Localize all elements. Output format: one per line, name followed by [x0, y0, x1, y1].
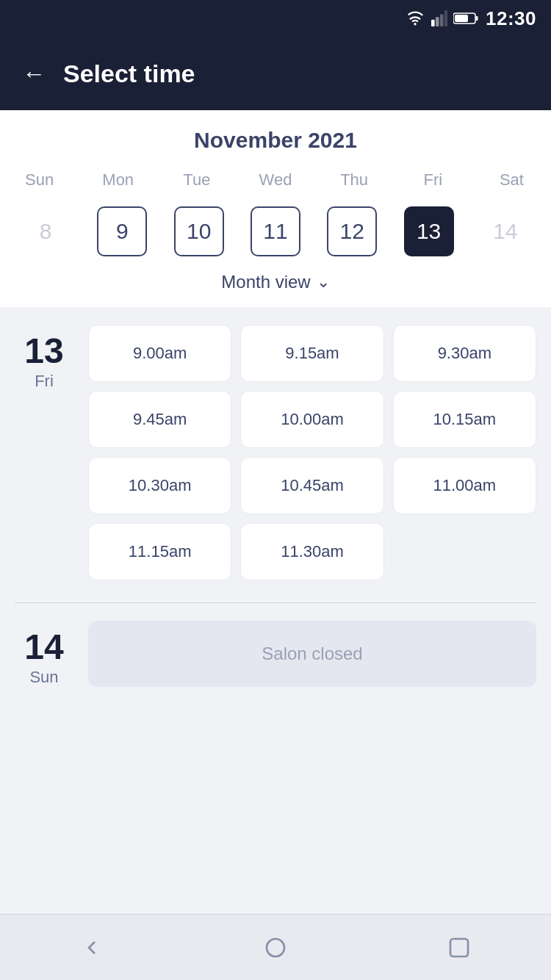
svg-rect-8 — [450, 939, 468, 956]
weekday-sat: Sat — [472, 166, 551, 194]
status-icons: 12:30 — [405, 7, 536, 30]
month-view-label: Month view — [221, 272, 310, 292]
date-11[interactable]: 11 — [251, 206, 300, 256]
weekday-mon: Mon — [79, 166, 157, 194]
app-header: ← Select time — [0, 37, 551, 110]
calendar-section: November 2021 Sun Mon Tue Wed Thu Fri Sa… — [0, 110, 551, 307]
date-13[interactable]: 13 — [404, 206, 454, 256]
section-divider — [15, 602, 536, 603]
date-cell-9[interactable]: 9 — [84, 201, 160, 262]
time-slot-1015am[interactable]: 10.15am — [393, 391, 536, 448]
day-13-label: 13 Fri — [15, 325, 73, 580]
signal-icon — [431, 10, 447, 26]
back-nav-button[interactable] — [77, 933, 107, 962]
svg-rect-3 — [444, 10, 447, 26]
salon-closed-message: Salon closed — [88, 621, 536, 687]
calendar-dates: 8 9 10 11 12 13 14 — [0, 201, 551, 262]
time-slot-1100am[interactable]: 11.00am — [393, 457, 536, 514]
date-12[interactable]: 12 — [327, 206, 377, 256]
date-8: 8 — [21, 206, 71, 256]
time-slot-1000am[interactable]: 10.00am — [240, 391, 383, 448]
home-nav-button[interactable] — [261, 933, 290, 962]
time-slot-1030am[interactable]: 10.30am — [88, 457, 231, 514]
svg-point-7 — [267, 939, 284, 956]
nav-bar — [0, 914, 551, 980]
weekday-thu: Thu — [315, 166, 394, 194]
weekday-wed: Wed — [236, 166, 314, 194]
day-13-slots-grid: 9.00am 9.15am 9.30am 9.45am 10.00am 10.1… — [88, 325, 536, 580]
time-slot-930am[interactable]: 9.30am — [393, 325, 536, 382]
chevron-down-icon: ⌄ — [317, 273, 330, 292]
date-cell-13[interactable]: 13 — [390, 201, 467, 262]
back-button[interactable]: ← — [22, 60, 46, 87]
svg-rect-2 — [440, 15, 444, 27]
day-13-number: 13 — [24, 334, 63, 369]
time-slot-1045am[interactable]: 10.45am — [240, 457, 383, 514]
calendar-month: November 2021 — [0, 128, 551, 153]
month-view-toggle[interactable]: Month view ⌄ — [0, 272, 551, 295]
day-14-label: 14 Sun — [15, 621, 73, 687]
svg-rect-5 — [476, 16, 478, 21]
date-14: 14 — [480, 206, 530, 256]
date-cell-8: 8 — [7, 201, 84, 262]
battery-icon — [453, 12, 480, 25]
weekday-sun: Sun — [0, 166, 79, 194]
date-cell-11[interactable]: 11 — [237, 201, 314, 262]
time-slot-1115am[interactable]: 11.15am — [88, 523, 231, 580]
day-13-section: 13 Fri 9.00am 9.15am 9.30am 9.45am 10.00… — [15, 325, 536, 580]
date-cell-10[interactable]: 10 — [161, 201, 237, 262]
time-slot-1130am[interactable]: 11.30am — [240, 523, 383, 580]
page-title: Select time — [63, 60, 195, 88]
date-cell-14: 14 — [467, 201, 544, 262]
svg-rect-6 — [455, 15, 468, 22]
time-slots-container: 13 Fri 9.00am 9.15am 9.30am 9.45am 10.00… — [0, 307, 551, 722]
date-9[interactable]: 9 — [97, 206, 147, 256]
svg-rect-0 — [431, 20, 435, 26]
wifi-icon — [405, 11, 425, 26]
date-10[interactable]: 10 — [174, 206, 224, 256]
time-slot-915am[interactable]: 9.15am — [240, 325, 383, 382]
weekday-tue: Tue — [157, 166, 236, 194]
status-time: 12:30 — [486, 7, 536, 30]
svg-rect-1 — [436, 17, 439, 26]
time-slot-945am[interactable]: 9.45am — [88, 391, 231, 448]
day-14-section: 14 Sun Salon closed — [15, 621, 536, 687]
day-13-name: Fri — [35, 372, 54, 391]
day-14-name: Sun — [29, 668, 58, 687]
day-14-number: 14 — [24, 630, 63, 665]
weekday-fri: Fri — [394, 166, 472, 194]
calendar-weekdays: Sun Mon Tue Wed Thu Fri Sat — [0, 166, 551, 194]
date-cell-12[interactable]: 12 — [314, 201, 390, 262]
status-bar: 12:30 — [0, 0, 551, 37]
time-slot-900am[interactable]: 9.00am — [88, 325, 231, 382]
recent-nav-button[interactable] — [444, 933, 474, 962]
